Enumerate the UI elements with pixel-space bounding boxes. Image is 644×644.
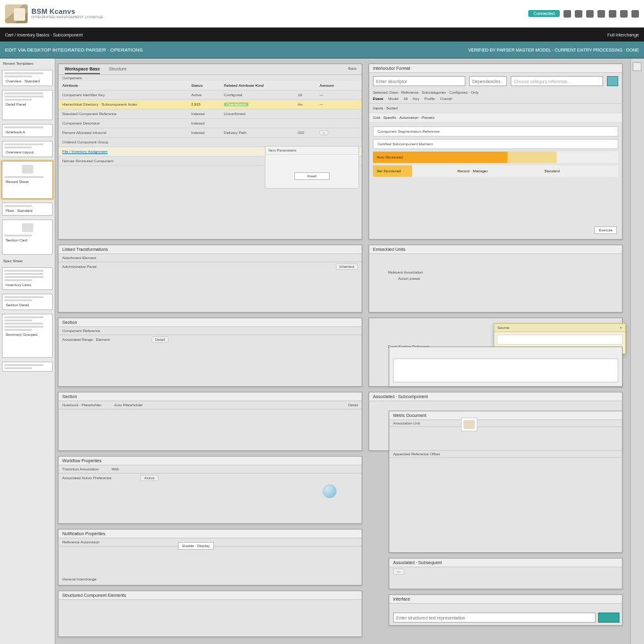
table-row-selected[interactable]: Hierarchical Directory · Subcomponent In… — [58, 100, 362, 109]
status-chip: Operational — [224, 103, 248, 106]
main-area: Back Workspace Base Structure Component … — [55, 58, 644, 644]
sidebar-thumb[interactable]: Overview · Standard — [2, 70, 53, 86]
section-grid[interactable]: Grid · Specific · Automation · Presets — [369, 113, 622, 123]
nav-bar: Cart / Inventory Basics · Subcomponent F… — [0, 28, 644, 42]
popover-title: Source — [497, 326, 509, 330]
panel-title: Linked Transformations — [58, 245, 362, 254]
template-sidebar[interactable]: Recent Templates Overview · Standard Det… — [0, 58, 55, 644]
search-go-button[interactable] — [607, 76, 618, 86]
nav-left[interactable]: Cart / Inventory Basics · Subcomponent — [5, 33, 82, 37]
brand-tagline: INTEGRATED MANAGEMENT CONSOLE — [31, 15, 103, 19]
sidebar-thumb-selected[interactable]: Record Sheet — [2, 161, 53, 199]
chip-profile[interactable]: Profile — [425, 97, 435, 101]
user-icon[interactable] — [586, 10, 594, 18]
sidebar-thumb[interactable]: Plain · Standard — [2, 203, 53, 216]
panel-title: Associated · Subcomponent — [369, 392, 622, 401]
pill-inherited[interactable]: Inherited — [336, 264, 358, 270]
panel-section-ref: Section Component Reference Associated R… — [58, 318, 362, 387]
col-kind[interactable]: Related Attribute Kind — [220, 81, 294, 91]
sidebar-thumb[interactable]: Detail Panel — [2, 90, 53, 120]
command-input[interactable]: Enter structured text representation — [393, 613, 596, 623]
gutter-toggle-icon[interactable] — [633, 62, 641, 71]
enable-display-button[interactable]: Enable · Display — [178, 542, 214, 550]
table-row[interactable]: Component Identifier KeyActiveConfigured… — [58, 91, 362, 100]
chip-all[interactable]: All — [404, 97, 408, 101]
chip-event[interactable]: Event — [373, 97, 383, 101]
chat-icon[interactable] — [564, 10, 571, 18]
help-icon[interactable] — [620, 10, 628, 18]
sidebar-thumb[interactable]: Notebook A — [2, 124, 53, 137]
send-button[interactable] — [598, 613, 619, 623]
panel-title: Section — [58, 318, 362, 327]
sub-bar: EDIT VIA DESKTOP INTEGRATED PARSER · OPE… — [0, 42, 644, 58]
document-icon — [22, 165, 33, 174]
brand-text: BSM Kcanvs INTEGRATED MANAGEMENT CONSOLE — [31, 8, 103, 19]
connection-badge[interactable]: Connected — [528, 10, 560, 17]
panel-title: Interface — [389, 595, 622, 604]
deps-input[interactable]: Dependencies — [469, 76, 507, 86]
chip-key[interactable]: Key — [413, 97, 419, 101]
table-row[interactable]: Component DescriptorIndexed — [58, 119, 362, 128]
export-icon[interactable] — [609, 10, 616, 18]
sidebar-thumb[interactable]: Section Card — [2, 219, 53, 255]
item-params-box: Item Parameters Insert — [265, 146, 359, 189]
record-panel: Back Workspace Base Structure Component … — [58, 64, 362, 240]
col-status[interactable]: Status — [187, 81, 220, 91]
progress-bar-2[interactable]: Set Structured Record · Manager Standard — [373, 165, 618, 177]
detail-pill[interactable]: Detail — [152, 336, 169, 343]
panel-linked-transforms: Linked Transformations Attachment Elemen… — [58, 245, 362, 313]
alert-icon[interactable] — [575, 10, 582, 18]
value-pill[interactable]: — — [393, 569, 404, 575]
descriptor-input[interactable]: Enter descriptor — [373, 76, 465, 86]
panel-workflow: Workflow Properties Transition Associati… — [58, 456, 362, 524]
sidebar-thumb[interactable]: Summary Grouped — [2, 314, 53, 358]
panel-notification: Notification Properties Reference Automa… — [58, 529, 362, 586]
chip-overall[interactable]: Overall — [440, 97, 452, 101]
sidebar-thumb[interactable] — [2, 362, 53, 372]
col-attr[interactable]: Attribute — [58, 81, 187, 91]
panel-inset-1 — [389, 347, 623, 387]
table-row[interactable]: Standard Component ReferenceIndexedUncon… — [58, 109, 362, 119]
table-row[interactable]: Percent Allocated InboundIndexedDelivery… — [58, 128, 362, 138]
category-select[interactable]: Choose category reference… — [511, 76, 603, 86]
right-gutter — [630, 58, 644, 644]
sidebar-caption: Recent Templates — [2, 61, 53, 66]
panel-title: Associated · Subsequent — [389, 558, 622, 567]
tab-workspace[interactable]: Workspace Base — [65, 67, 100, 74]
result-card[interactable]: Certified Subcomponent Element — [373, 139, 618, 149]
result-card[interactable]: Component Segmentation Reference — [373, 126, 618, 136]
sidebar-label: Spec Sheet — [2, 258, 53, 264]
panel-title: Section — [58, 392, 362, 401]
col-blank — [294, 81, 316, 91]
assignment-link[interactable]: File / Inventory Assignment — [62, 150, 108, 153]
thumbnail-icon[interactable] — [461, 418, 477, 431]
menu-icon[interactable] — [631, 10, 639, 18]
panel-interface: Interface Enter structured text represen… — [389, 594, 623, 626]
subbar-left: EDIT VIA DESKTOP INTEGRATED PARSER · OPE… — [5, 47, 143, 53]
panel-title: Notification Properties — [58, 530, 362, 538]
section-label: Component — [62, 76, 82, 80]
sidebar-thumb[interactable]: Section Detail — [2, 294, 53, 310]
back-link[interactable]: Back — [348, 67, 357, 70]
chip-model[interactable]: Model — [388, 97, 398, 101]
insert-button[interactable]: Insert — [294, 172, 330, 180]
pill-active[interactable]: Active — [140, 475, 158, 481]
filter-panel: Interlocutor Format Enter descriptor Dep… — [369, 64, 623, 240]
panel-associated-subseq: Associated · Subsequent — — [389, 558, 623, 589]
subbar-right: VERIFIED BY PARSER MASTER MODEL · CURREN… — [469, 48, 639, 52]
brand-name: BSM Kcanvs — [31, 8, 103, 15]
execute-button[interactable]: Execute — [594, 226, 617, 234]
col-amount[interactable]: Amount — [316, 81, 350, 91]
grid-icon[interactable] — [597, 10, 605, 18]
value-chip: ~ — [319, 130, 328, 135]
tab-structure[interactable]: Structure — [109, 67, 126, 74]
panel-metric-doc: Metric Document Association Unit Appende… — [389, 411, 623, 553]
nav-right[interactable]: Full Interchange — [608, 33, 639, 37]
progress-bar-1[interactable]: Auto Structured — [373, 152, 618, 163]
input-area[interactable] — [393, 358, 618, 382]
filter-chips: Event Model All Key Profile Overall — [369, 96, 622, 104]
sidebar-thumb[interactable]: Overview Layout — [2, 141, 53, 157]
sidebar-thumb[interactable]: Inventory Lines — [2, 267, 53, 290]
close-icon[interactable]: × — [619, 326, 622, 330]
app-logo — [5, 4, 28, 23]
